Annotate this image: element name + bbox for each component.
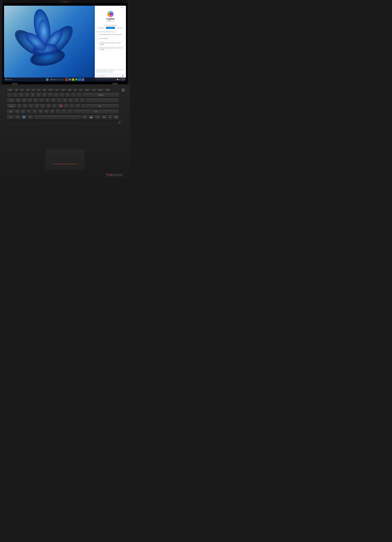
key-delete[interactable]: Delete (104, 88, 111, 92)
taskbar-app-4[interactable]: 💬 (75, 78, 78, 81)
key-y[interactable]: Y (45, 98, 50, 103)
key-shift-left[interactable]: Shift (7, 109, 14, 114)
key-f4[interactable]: ✕ F4 (31, 88, 36, 92)
key-0[interactable]: )0 (65, 92, 70, 98)
up-arrow-icon[interactable]: ⌃ (115, 79, 116, 80)
suggestion-item-2[interactable]: ◇ Turn on dark mode (96, 37, 125, 41)
key-home[interactable]: Home (84, 88, 91, 92)
terms-link[interactable]: Terms of use (101, 72, 106, 72)
key-u[interactable]: U (50, 98, 56, 103)
volume-icon[interactable]: 🔊 (119, 79, 120, 80)
key-6[interactable]: ^6 (42, 92, 47, 98)
style-precise-btn[interactable]: More Precise (115, 27, 124, 29)
key-rbracket[interactable]: }] (80, 98, 85, 103)
key-r[interactable]: R (33, 98, 38, 103)
key-i[interactable]: I (56, 98, 62, 103)
key-f12[interactable]: F12 (78, 88, 83, 92)
key-f[interactable]: F (34, 103, 40, 109)
key-a[interactable]: A (17, 103, 22, 109)
key-enter[interactable]: Enter (81, 103, 119, 109)
key-w[interactable]: W (21, 98, 27, 103)
settings-icon[interactable]: ⚙ (120, 6, 122, 8)
key-g[interactable]: G (40, 103, 45, 109)
key-4[interactable]: $4 (30, 92, 36, 98)
suggestion-item-4[interactable]: ◇ Create a table that helps me plan meal… (96, 46, 125, 51)
key-f9[interactable]: PrtSc F9 (60, 88, 67, 92)
key-f7[interactable]: Mode F7 (47, 88, 54, 92)
key-m[interactable]: M (49, 109, 55, 114)
arrow-up-key[interactable]: ∧ (108, 115, 113, 120)
key-7[interactable]: &7 (48, 92, 53, 98)
key-9[interactable]: (9 (59, 92, 64, 98)
key-pgdn[interactable]: PgDn (113, 115, 119, 120)
key-c[interactable]: C (26, 109, 32, 114)
key-insert[interactable]: Insert (97, 88, 104, 92)
suggestion-item-1[interactable]: ◇ Where do people travel for culinary ex… (96, 33, 125, 37)
key-fn[interactable]: Fn (15, 115, 21, 120)
key-space[interactable] (34, 115, 81, 120)
key-f11[interactable]: ☆ F11 (73, 88, 78, 92)
key-backtick[interactable]: ~` (7, 92, 12, 98)
key-backspace[interactable]: Backspace (82, 92, 119, 98)
key-f1[interactable]: 🔇 F1 (14, 88, 19, 92)
key-p[interactable]: P (68, 98, 73, 103)
taskbar-app-6[interactable]: T (81, 78, 84, 81)
key-5[interactable]: %5 (36, 92, 41, 98)
power-button[interactable]: ⏻ (120, 88, 126, 93)
refresh-icon[interactable]: ↻ (123, 6, 125, 8)
key-q[interactable]: Q (16, 98, 21, 103)
key-1[interactable]: !1 (13, 92, 18, 98)
style-creative-btn[interactable]: More Creative (97, 27, 106, 29)
arrow-left-key[interactable]: ‹ (118, 120, 118, 125)
touchpad[interactable] (45, 149, 85, 170)
key-s[interactable]: S (22, 103, 28, 109)
key-f2[interactable]: 🔉 F2 (20, 88, 25, 92)
key-t[interactable]: T (39, 98, 44, 103)
key-e[interactable]: E (27, 98, 33, 103)
key-comma[interactable]: <, (55, 109, 61, 114)
key-alt-left[interactable]: Alt (27, 115, 33, 120)
key-8[interactable]: *8 (53, 92, 59, 98)
key-2[interactable]: @2 (18, 92, 24, 98)
taskbar-app-2[interactable]: 📁 (69, 78, 71, 81)
key-l[interactable]: L (63, 103, 69, 109)
key-period[interactable]: >. (61, 109, 67, 114)
taskbar-app-5[interactable]: e (78, 78, 81, 81)
key-end[interactable]: End (91, 88, 97, 92)
chat-input[interactable] (97, 75, 122, 76)
key-n[interactable]: N (44, 109, 49, 114)
key-equals[interactable]: += (77, 92, 82, 98)
key-quote[interactable]: "' (75, 103, 80, 109)
key-f5[interactable]: ☀ F5 (36, 88, 41, 92)
key-3[interactable]: #3 (24, 92, 30, 98)
search-bar[interactable]: 🔍 Search (49, 79, 64, 81)
key-v[interactable]: V (32, 109, 38, 114)
key-esc[interactable]: Esc FnLock (7, 88, 14, 92)
key-ctrl-right[interactable]: Ctrl (95, 115, 101, 120)
key-shift-right[interactable]: Shift (73, 109, 119, 114)
network-icon[interactable]: 📶 (117, 79, 118, 80)
key-d[interactable]: D (28, 103, 34, 109)
key-f6[interactable]: ☀☀ F6 (42, 88, 47, 92)
key-o[interactable]: O (62, 98, 68, 103)
key-h[interactable]: H (46, 103, 51, 109)
feedback-link[interactable]: send feedback (101, 70, 106, 71)
key-capslock[interactable]: CapsLock (7, 103, 16, 109)
key-alt-right[interactable]: Alt (82, 115, 88, 120)
key-b[interactable]: B (38, 109, 43, 114)
key-semicolon[interactable]: :; (69, 103, 75, 109)
key-z[interactable]: Z (15, 109, 20, 114)
key-f10[interactable]: ⬛⬛ F10 (67, 88, 72, 92)
privacy-link[interactable]: Privacy statement (106, 72, 113, 72)
taskbar-app-3[interactable]: ⭐ (72, 78, 75, 81)
key-win[interactable] (21, 115, 27, 120)
key-pgup[interactable]: PgUp (101, 115, 107, 120)
arrow-down-key[interactable]: ∨ (119, 120, 120, 125)
key-f8[interactable]: ⬛ F8 (54, 88, 59, 92)
suggestion-item-3[interactable]: ◇ I'm looking for handmade furniture for… (96, 42, 125, 46)
style-balanced-btn[interactable]: More Balanced (106, 27, 115, 29)
taskbar-app-1[interactable]: 🌤 (65, 78, 68, 81)
trackpoint-nub[interactable] (61, 105, 63, 107)
mic-icon[interactable]: 🎤 (122, 75, 124, 77)
key-minus[interactable]: _- (71, 92, 76, 98)
